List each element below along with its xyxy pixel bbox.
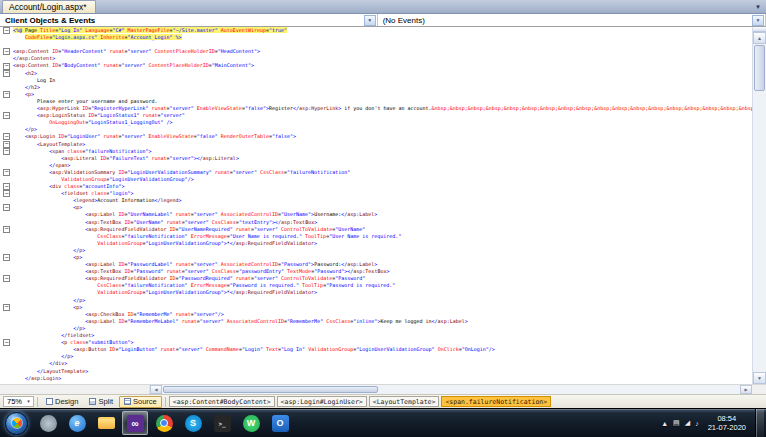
whatsapp-taskbar-button[interactable]: W: [238, 411, 264, 435]
fold-gutter[interactable]: −: [0, 70, 13, 77]
show-desktop-button[interactable]: [755, 409, 764, 437]
skype-taskbar-button[interactable]: S: [180, 411, 206, 435]
code-line: −<asp:Content ID="HeaderContent" runat="…: [0, 48, 752, 55]
horizontal-scroll-thumb[interactable]: [163, 386, 378, 393]
zoom-dropdown[interactable]: 75%: [3, 396, 34, 407]
code-line: − <span class="failureNotification">: [0, 148, 752, 155]
code-line: − <asp:LoginStatus ID="LoginStatus1" run…: [0, 112, 752, 119]
vertical-scroll-thumb[interactable]: [754, 45, 765, 91]
system-tray: ▲▤◢♪ 08:54 21-07-2020: [661, 409, 766, 437]
code-line: − <h2>: [0, 70, 752, 77]
fold-gutter: [0, 311, 13, 318]
fold-gutter[interactable]: −: [0, 339, 13, 346]
fold-gutter: [0, 289, 13, 296]
objects-dropdown-value: Client Objects & Events: [0, 16, 95, 25]
code-lines: −<%@ Page Title="Log In" Language="C#" M…: [0, 27, 752, 382]
fold-gutter: [0, 368, 13, 375]
scroll-down-icon[interactable]: [753, 372, 766, 384]
fold-gutter: [0, 119, 13, 126]
code-line: </asp:Login>: [0, 375, 752, 382]
scroll-right-icon[interactable]: [740, 385, 752, 394]
fold-gutter[interactable]: −: [0, 304, 13, 311]
chrome-icon: [156, 415, 173, 432]
fold-gutter[interactable]: −: [0, 169, 13, 176]
file-explorer-taskbar-button[interactable]: [93, 411, 119, 435]
view-switcher: DesignSplitSource: [41, 396, 162, 408]
code-line: − <p>: [0, 254, 752, 261]
code-line: <legend>Account Information</legend>: [0, 197, 752, 204]
media-player-taskbar-button[interactable]: [35, 411, 61, 435]
fold-gutter[interactable]: −: [0, 190, 13, 197]
objects-dropdown[interactable]: Client Objects & Events: [0, 14, 378, 26]
view-button-split[interactable]: Split: [84, 396, 118, 408]
code-navigator-bar: Client Objects & Events (No Events): [0, 14, 766, 27]
code-line: </div>: [0, 360, 752, 367]
collapse-icon: −: [3, 148, 10, 155]
fold-gutter: [0, 211, 13, 218]
taskbar-clock[interactable]: 08:54 21-07-2020: [704, 414, 750, 432]
view-button-label: Split: [98, 397, 113, 406]
collapse-icon: −: [3, 112, 10, 119]
breadcrumb-tag[interactable]: <asp:Login#LoginUser>: [277, 396, 367, 407]
volume-icon[interactable]: ♪: [695, 420, 699, 427]
code-line: <asp:Label ID="RememberMeLabel" runat="s…: [0, 318, 752, 325]
scroll-left-icon[interactable]: [150, 385, 162, 394]
breadcrumb-tag[interactable]: <LayoutTemplate>: [369, 396, 440, 407]
code-line: <asp:Literal ID="FailureText" runat="ser…: [0, 155, 752, 162]
document-tab[interactable]: Account/Login.aspx*: [2, 0, 96, 13]
document-list-chevron-icon[interactable]: [755, 4, 761, 10]
events-dropdown-value: (No Events): [378, 16, 425, 25]
fold-gutter[interactable]: −: [0, 204, 13, 211]
fold-gutter: [0, 176, 13, 183]
code-line: ValidationGroup="LoginUserValidationGrou…: [0, 176, 752, 183]
code-line: ValidationGroup="LoginUserValidationGrou…: [0, 289, 752, 296]
internet-explorer-icon: e: [69, 415, 86, 432]
fold-gutter[interactable]: −: [0, 112, 13, 119]
code-line: </LayoutTemplate>: [0, 368, 752, 375]
scroll-up-icon[interactable]: [753, 32, 766, 44]
fold-gutter: [0, 282, 13, 289]
divider: [165, 397, 166, 407]
fold-gutter[interactable]: −: [0, 254, 13, 261]
clock-time: 08:54: [708, 414, 746, 423]
breadcrumb-tag[interactable]: <span.failureNotification>: [441, 396, 551, 407]
outlook-taskbar-button[interactable]: O: [267, 411, 293, 435]
start-button[interactable]: [5, 412, 28, 435]
chrome-taskbar-button[interactable]: [151, 411, 177, 435]
code-editor[interactable]: −<%@ Page Title="Log In" Language="C#" M…: [0, 27, 752, 384]
view-button-design[interactable]: Design: [41, 396, 83, 408]
horizontal-scrollbar[interactable]: [162, 385, 740, 394]
taskbar-app-icons: e∞S>_WO: [35, 411, 293, 435]
chevron-down-icon[interactable]: [752, 15, 764, 26]
code-line: Please enter your username and password.: [0, 98, 752, 105]
events-dropdown[interactable]: (No Events): [378, 14, 766, 26]
fold-gutter: [0, 77, 13, 84]
design-view-icon: [46, 398, 53, 405]
fold-gutter[interactable]: −: [0, 148, 13, 155]
collapse-icon: −: [3, 254, 10, 261]
view-button-source[interactable]: Source: [119, 396, 162, 408]
code-line: − <asp:ValidationSummary ID="LoginUserVa…: [0, 169, 752, 176]
action-center-icon[interactable]: ▤: [673, 419, 680, 427]
visual-studio-taskbar-button[interactable]: ∞: [122, 411, 148, 435]
vertical-scrollbar[interactable]: [752, 27, 766, 384]
code-line: − <asp:Login ID="LoginUser" runat="serve…: [0, 133, 752, 140]
fold-gutter[interactable]: −: [0, 27, 13, 34]
fold-gutter: [0, 240, 13, 247]
fold-gutter[interactable]: −: [0, 91, 13, 98]
internet-explorer-taskbar-button[interactable]: e: [64, 411, 90, 435]
network-icon[interactable]: ◢: [685, 419, 690, 427]
fold-gutter[interactable]: −: [0, 275, 13, 282]
fold-gutter[interactable]: −: [0, 48, 13, 55]
hidden-icons-icon[interactable]: ▲: [661, 420, 668, 427]
fold-gutter[interactable]: −: [0, 226, 13, 233]
breadcrumb-tag[interactable]: <asp:Content#BodyContent>: [169, 396, 275, 407]
view-button-label: Design: [55, 397, 78, 406]
collapse-icon: −: [3, 339, 10, 346]
visual-studio-icon: ∞: [127, 415, 144, 432]
editor-area: −<%@ Page Title="Log In" Language="C#" M…: [0, 27, 766, 384]
code-line: −<%@ Page Title="Log In" Language="C#" M…: [0, 27, 752, 34]
command-prompt-taskbar-button[interactable]: >_: [209, 411, 235, 435]
chevron-down-icon[interactable]: [364, 15, 376, 26]
code-line: <asp:Label ID="PasswordLabel" runat="ser…: [0, 261, 752, 268]
